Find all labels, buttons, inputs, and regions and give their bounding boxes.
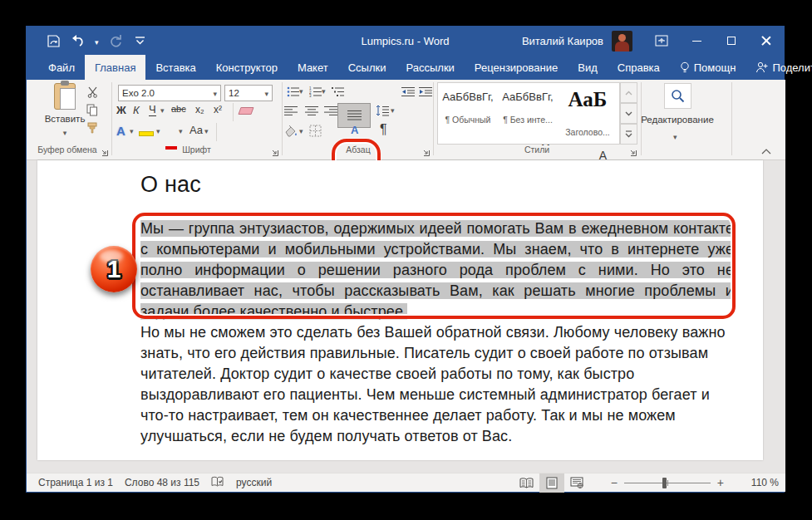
tab-assistant[interactable]: Помощн bbox=[670, 55, 746, 80]
text-effects-button[interactable]: А bbox=[116, 125, 125, 137]
print-layout-button[interactable] bbox=[539, 473, 564, 493]
text-effects-dropdown-icon[interactable] bbox=[130, 128, 134, 135]
word-count[interactable]: Слово 48 из 115 bbox=[125, 477, 199, 488]
decrease-indent-button[interactable] bbox=[401, 86, 415, 97]
lightbulb-icon bbox=[680, 61, 690, 74]
tab-share[interactable]: Поделиться bbox=[746, 55, 812, 80]
customize-qat-icon[interactable] bbox=[132, 32, 149, 49]
font-color-dropdown-icon[interactable] bbox=[179, 128, 183, 135]
line-spacing-button[interactable] bbox=[376, 105, 389, 116]
zoom-in-button[interactable]: + bbox=[711, 476, 731, 489]
styles-dialog-launcher[interactable] bbox=[628, 145, 638, 155]
close-button[interactable] bbox=[749, 27, 784, 55]
zoom-out-button[interactable]: − bbox=[604, 476, 624, 489]
zoom-slider-track[interactable] bbox=[624, 483, 711, 483]
read-mode-button[interactable] bbox=[514, 473, 539, 493]
document-heading[interactable]: О нас bbox=[140, 172, 201, 198]
eraser-icon bbox=[238, 107, 253, 115]
undo-dropdown-icon[interactable] bbox=[95, 33, 99, 48]
second-paragraph[interactable]: Но мы не сможем это сделать без Вашей об… bbox=[140, 322, 731, 447]
superscript-button[interactable]: x² bbox=[214, 105, 222, 115]
minimize-button[interactable] bbox=[679, 27, 714, 55]
subscript-button[interactable]: x₂ bbox=[195, 105, 204, 115]
style-no-spacing[interactable]: АаБбВвГг, ¶ Без инте... bbox=[498, 83, 558, 144]
align-left-button[interactable] bbox=[284, 105, 298, 116]
clear-formatting-button[interactable] bbox=[239, 107, 253, 115]
language-indicator[interactable]: русский bbox=[236, 477, 272, 488]
change-case-button[interactable]: Аа bbox=[189, 125, 203, 135]
spellcheck-icon[interactable] bbox=[211, 476, 224, 490]
shading-dropdown-icon[interactable] bbox=[299, 128, 303, 135]
tab-design[interactable]: Конструктор bbox=[206, 55, 288, 80]
paste-dropdown-icon[interactable] bbox=[63, 124, 67, 139]
strikethrough-button[interactable]: abc bbox=[171, 105, 186, 114]
web-layout-button[interactable] bbox=[564, 473, 589, 493]
word-window: Lumpics.ru - Word Виталий Каиров Файл Гл… bbox=[26, 26, 785, 493]
underline-dropdown-icon[interactable] bbox=[160, 107, 165, 115]
bold-button[interactable]: Ж bbox=[116, 105, 126, 115]
numbering-dropdown-icon[interactable] bbox=[322, 88, 326, 96]
font-dialog-launcher[interactable] bbox=[270, 145, 280, 155]
quick-access-toolbar bbox=[27, 32, 149, 49]
clipboard-group-label: Буфер обмена bbox=[27, 145, 108, 155]
collapse-ribbon-button[interactable] bbox=[761, 143, 771, 158]
tab-home[interactable]: Главная bbox=[85, 55, 145, 80]
multilevel-list-button[interactable] bbox=[332, 86, 344, 97]
maximize-button[interactable] bbox=[714, 27, 749, 55]
style-preview: АаБбВвГг, bbox=[442, 91, 493, 103]
font-name-dropdown-icon[interactable] bbox=[213, 88, 217, 98]
user-avatar[interactable] bbox=[612, 31, 632, 52]
editing-dropdown-icon[interactable] bbox=[673, 128, 677, 143]
cut-button[interactable] bbox=[86, 86, 99, 98]
screenshot-stage: Lumpics.ru - Word Виталий Каиров Файл Гл… bbox=[0, 0, 812, 520]
annotation-rect-paragraph bbox=[132, 213, 736, 319]
font-size-combo[interactable]: 12 bbox=[224, 85, 273, 101]
tab-mailings[interactable]: Рассылки bbox=[396, 55, 464, 80]
copy-button[interactable] bbox=[86, 104, 98, 116]
paste-button[interactable]: Вставить bbox=[43, 83, 86, 141]
zoom-slider-handle[interactable] bbox=[662, 478, 667, 488]
style-normal[interactable]: АаБбВвГг, ¶ Обычный bbox=[438, 83, 498, 144]
format-painter-button[interactable] bbox=[86, 122, 99, 135]
underline-button[interactable]: Ч bbox=[149, 104, 156, 116]
tab-references[interactable]: Ссылки bbox=[338, 55, 396, 80]
italic-button[interactable]: К bbox=[133, 105, 140, 115]
numbering-button[interactable]: 123 bbox=[309, 86, 322, 97]
shading-button[interactable] bbox=[284, 125, 298, 137]
highlight-dropdown-icon[interactable] bbox=[156, 128, 160, 135]
font-name-combo[interactable]: Exo 2.0 bbox=[118, 85, 221, 101]
styles-scroll-up-button[interactable] bbox=[620, 82, 637, 103]
small-separator bbox=[233, 103, 234, 121]
editing-group-button-label[interactable]: Редактирование bbox=[627, 115, 728, 125]
show-marks-button[interactable]: ¶ bbox=[380, 123, 387, 136]
ribbon-display-options-button[interactable] bbox=[644, 27, 679, 55]
style-heading[interactable]: АаБ Заголово... bbox=[558, 83, 618, 144]
styles-gallery-more-button[interactable] bbox=[620, 124, 637, 145]
ribbon: Вставить Буфер обмена Exo 2.0 12 Ж К Ч a… bbox=[27, 80, 785, 160]
undo-button[interactable] bbox=[70, 32, 86, 49]
tab-help[interactable]: Справка bbox=[608, 55, 670, 80]
align-right-button[interactable] bbox=[324, 105, 337, 116]
font-size-dropdown-icon[interactable] bbox=[264, 88, 268, 98]
tab-layout[interactable]: Макет bbox=[288, 55, 338, 80]
save-icon[interactable] bbox=[45, 32, 62, 49]
tab-insert[interactable]: Вставка bbox=[145, 55, 205, 80]
page-count[interactable]: Страница 1 из 1 bbox=[38, 477, 113, 488]
alignment-cursor-letter: А bbox=[351, 125, 358, 135]
increase-indent-button[interactable] bbox=[419, 86, 432, 97]
zoom-percentage[interactable]: 110 % bbox=[739, 477, 779, 488]
redo-button[interactable] bbox=[107, 32, 124, 49]
line-spacing-dropdown-icon[interactable] bbox=[391, 107, 395, 115]
account-user-name[interactable]: Виталий Каиров bbox=[522, 35, 603, 47]
find-button[interactable] bbox=[664, 83, 691, 109]
change-case-dropdown-icon[interactable] bbox=[204, 128, 209, 135]
tab-review[interactable]: Рецензирование bbox=[465, 55, 568, 80]
tab-file[interactable]: Файл bbox=[38, 55, 85, 80]
tab-view[interactable]: Вид bbox=[568, 55, 608, 80]
bullets-button[interactable] bbox=[287, 86, 299, 97]
align-center-button[interactable] bbox=[305, 105, 318, 116]
clipboard-dialog-launcher[interactable] bbox=[100, 145, 110, 155]
paragraph-dialog-launcher[interactable] bbox=[421, 145, 431, 155]
borders-button[interactable] bbox=[309, 125, 322, 137]
bullets-dropdown-icon[interactable] bbox=[299, 88, 303, 96]
